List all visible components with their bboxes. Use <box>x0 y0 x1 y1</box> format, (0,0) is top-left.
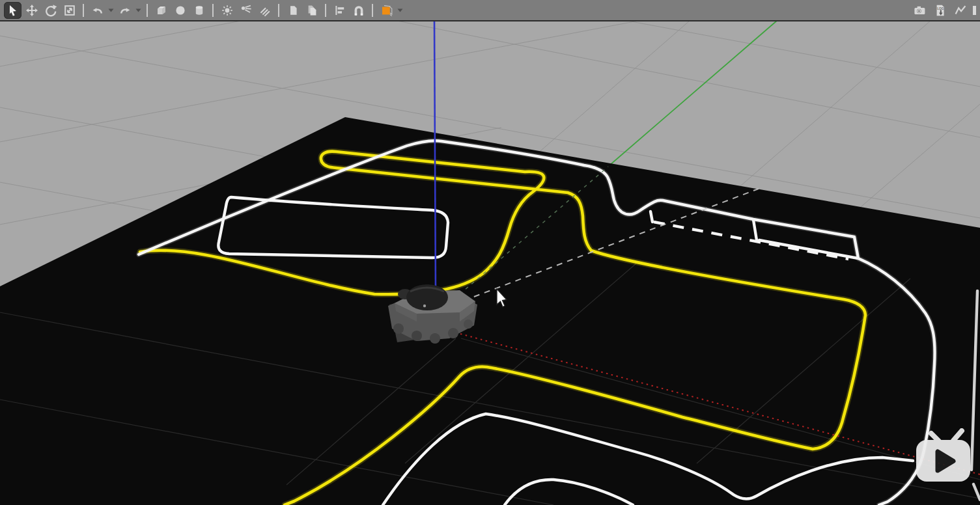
gazebo-window: LOG <box>0 0 980 505</box>
redo-icon <box>119 4 132 17</box>
chevron-down-icon <box>397 8 403 12</box>
toolbar-separator <box>278 4 279 17</box>
spot-light-icon <box>240 4 253 17</box>
translate-tool-button[interactable] <box>23 2 40 19</box>
snap-button[interactable] <box>350 2 367 19</box>
directional-light-icon <box>259 4 272 17</box>
insert-sphere-button[interactable] <box>171 2 189 19</box>
sphere-icon <box>174 4 187 17</box>
undo-button[interactable] <box>89 2 106 19</box>
toolbar-overflow-icon[interactable] <box>972 4 976 17</box>
scale-tool-button[interactable] <box>61 2 78 19</box>
view-angle-dropdown[interactable] <box>397 2 404 19</box>
spot-light-button[interactable] <box>237 2 255 19</box>
redo-dropdown[interactable] <box>135 2 142 19</box>
viewport-3d[interactable] <box>0 0 980 505</box>
copy-button[interactable] <box>284 2 301 19</box>
toolbar-separator <box>83 4 84 17</box>
log-file-icon: LOG <box>934 4 947 17</box>
view-angle-button[interactable] <box>378 2 395 19</box>
insert-box-button[interactable] <box>152 2 170 19</box>
align-icon <box>333 4 346 17</box>
camera-icon <box>913 4 927 17</box>
toolbar-right-group: LOG <box>911 2 976 19</box>
insert-cylinder-button[interactable] <box>190 2 208 19</box>
undo-dropdown[interactable] <box>107 2 115 19</box>
magnet-icon <box>352 4 365 17</box>
undo-icon <box>91 4 104 17</box>
plot-icon <box>954 4 967 17</box>
screenshot-button[interactable] <box>911 2 929 19</box>
paste-icon <box>305 4 318 17</box>
toolbar-separator <box>325 4 326 17</box>
rotate-tool-button[interactable] <box>42 2 59 19</box>
log-recording-button[interactable]: LOG <box>931 2 949 19</box>
toolbar-separator <box>212 4 214 17</box>
main-toolbar: LOG <box>0 0 980 21</box>
chevron-down-icon <box>135 8 141 12</box>
toolbar-separator <box>372 4 373 17</box>
chevron-down-icon <box>108 8 114 12</box>
scale-icon <box>63 4 76 17</box>
log-icon-text: LOG <box>937 7 944 10</box>
paste-button[interactable] <box>303 2 320 19</box>
redo-button[interactable] <box>116 2 133 19</box>
move-icon <box>25 4 38 17</box>
select-tool-button[interactable] <box>4 2 21 19</box>
select-arrow-icon <box>7 4 20 17</box>
directional-light-button[interactable] <box>256 2 273 19</box>
plot-button[interactable] <box>951 2 969 19</box>
view-cube-icon <box>380 4 393 17</box>
point-light-icon <box>221 4 234 17</box>
box-icon <box>155 4 168 17</box>
cylinder-icon <box>193 4 206 17</box>
copy-icon <box>287 4 300 17</box>
align-button[interactable] <box>331 2 348 19</box>
toolbar-separator <box>147 4 148 17</box>
point-light-button[interactable] <box>218 2 236 19</box>
rotate-icon <box>44 4 57 17</box>
